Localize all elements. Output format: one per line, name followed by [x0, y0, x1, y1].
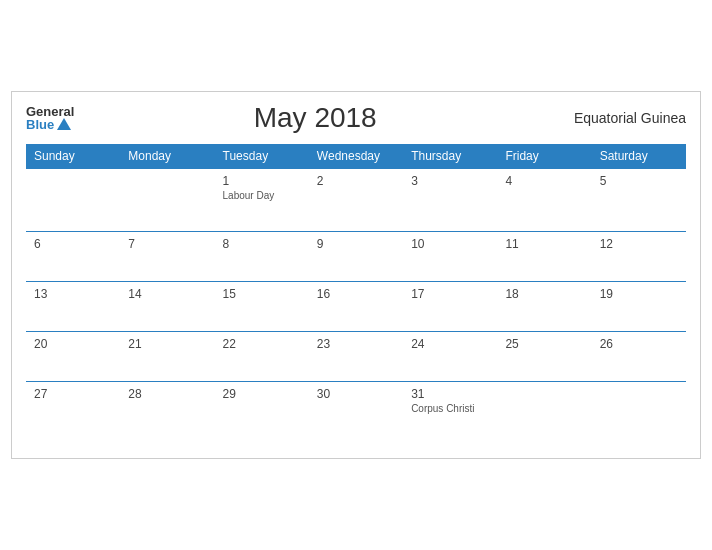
day-event: Labour Day [223, 190, 301, 201]
weekday-header-friday: Friday [497, 144, 591, 169]
day-number: 17 [411, 287, 489, 301]
calendar-cell: 6 [26, 232, 120, 282]
month-title: May 2018 [74, 102, 556, 134]
calendar-container: General Blue May 2018 Equatorial Guinea … [11, 91, 701, 459]
calendar-cell: 25 [497, 332, 591, 382]
calendar-week-row: 2728293031Corpus Christi [26, 382, 686, 445]
day-number: 24 [411, 337, 489, 351]
day-number: 19 [600, 287, 678, 301]
calendar-week-row: 20212223242526 [26, 332, 686, 382]
day-number: 20 [34, 337, 112, 351]
calendar-cell [26, 169, 120, 232]
day-number: 9 [317, 237, 395, 251]
country-label: Equatorial Guinea [556, 110, 686, 126]
day-number: 14 [128, 287, 206, 301]
day-number: 11 [505, 237, 583, 251]
day-number: 23 [317, 337, 395, 351]
calendar-cell: 18 [497, 282, 591, 332]
calendar-week-row: 13141516171819 [26, 282, 686, 332]
logo-blue-text: Blue [26, 118, 54, 131]
calendar-cell: 15 [215, 282, 309, 332]
day-number: 2 [317, 174, 395, 188]
calendar-cell: 8 [215, 232, 309, 282]
weekday-header-row: SundayMondayTuesdayWednesdayThursdayFrid… [26, 144, 686, 169]
calendar-cell: 19 [592, 282, 686, 332]
day-number: 16 [317, 287, 395, 301]
day-number: 15 [223, 287, 301, 301]
day-number: 7 [128, 237, 206, 251]
day-number: 1 [223, 174, 301, 188]
day-number: 28 [128, 387, 206, 401]
day-event: Corpus Christi [411, 403, 489, 414]
day-number: 30 [317, 387, 395, 401]
day-number: 22 [223, 337, 301, 351]
calendar-cell: 3 [403, 169, 497, 232]
day-number: 31 [411, 387, 489, 401]
calendar-cell: 4 [497, 169, 591, 232]
calendar-cell: 5 [592, 169, 686, 232]
calendar-cell: 13 [26, 282, 120, 332]
calendar-cell: 27 [26, 382, 120, 445]
calendar-table: SundayMondayTuesdayWednesdayThursdayFrid… [26, 144, 686, 444]
calendar-cell: 1Labour Day [215, 169, 309, 232]
weekday-header-monday: Monday [120, 144, 214, 169]
calendar-week-row: 6789101112 [26, 232, 686, 282]
calendar-cell [120, 169, 214, 232]
calendar-cell: 10 [403, 232, 497, 282]
weekday-header-wednesday: Wednesday [309, 144, 403, 169]
day-number: 10 [411, 237, 489, 251]
calendar-cell: 7 [120, 232, 214, 282]
weekday-header-saturday: Saturday [592, 144, 686, 169]
day-number: 25 [505, 337, 583, 351]
calendar-cell: 14 [120, 282, 214, 332]
calendar-cell: 26 [592, 332, 686, 382]
day-number: 6 [34, 237, 112, 251]
calendar-cell: 2 [309, 169, 403, 232]
day-number: 13 [34, 287, 112, 301]
calendar-cell: 20 [26, 332, 120, 382]
calendar-cell: 23 [309, 332, 403, 382]
calendar-cell: 9 [309, 232, 403, 282]
calendar-cell: 22 [215, 332, 309, 382]
calendar-cell: 24 [403, 332, 497, 382]
logo-triangle-icon [57, 118, 71, 130]
day-number: 4 [505, 174, 583, 188]
calendar-cell: 12 [592, 232, 686, 282]
day-number: 8 [223, 237, 301, 251]
calendar-header: General Blue May 2018 Equatorial Guinea [26, 102, 686, 134]
calendar-cell: 30 [309, 382, 403, 445]
calendar-cell: 11 [497, 232, 591, 282]
day-number: 3 [411, 174, 489, 188]
day-number: 5 [600, 174, 678, 188]
calendar-cell: 21 [120, 332, 214, 382]
weekday-header-thursday: Thursday [403, 144, 497, 169]
calendar-cell [497, 382, 591, 445]
day-number: 29 [223, 387, 301, 401]
calendar-cell: 31Corpus Christi [403, 382, 497, 445]
day-number: 21 [128, 337, 206, 351]
calendar-cell: 17 [403, 282, 497, 332]
calendar-cell: 16 [309, 282, 403, 332]
calendar-cell: 28 [120, 382, 214, 445]
weekday-header-sunday: Sunday [26, 144, 120, 169]
weekday-header-tuesday: Tuesday [215, 144, 309, 169]
day-number: 26 [600, 337, 678, 351]
calendar-week-row: 1Labour Day2345 [26, 169, 686, 232]
logo-area: General Blue [26, 105, 74, 131]
day-number: 27 [34, 387, 112, 401]
calendar-cell [592, 382, 686, 445]
day-number: 12 [600, 237, 678, 251]
day-number: 18 [505, 287, 583, 301]
calendar-cell: 29 [215, 382, 309, 445]
